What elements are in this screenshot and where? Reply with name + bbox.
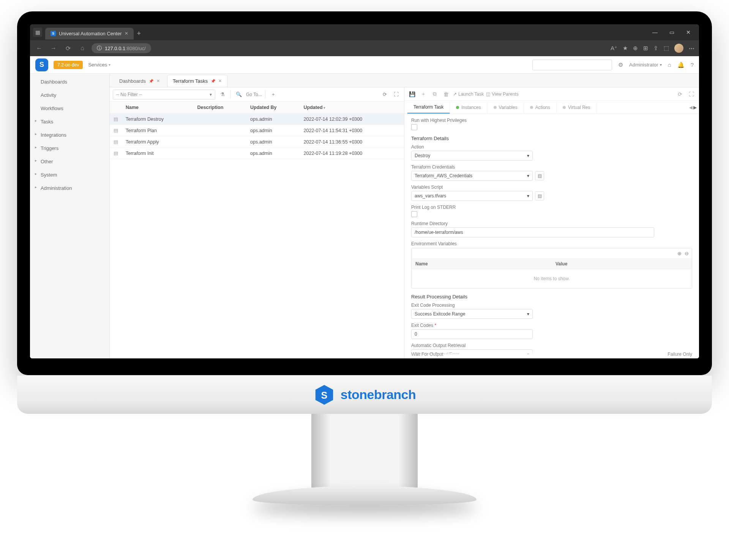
goto-input[interactable]: Go To... [246, 92, 262, 97]
app-logo[interactable]: S [35, 58, 48, 71]
table-row[interactable]: ▤ Terraform Apply ops.admin 2022-07-14 1… [110, 136, 404, 148]
pin-icon[interactable]: 📌 [211, 79, 215, 83]
table-row[interactable]: ▤ Terraform Plan ops.admin 2022-07-14 11… [110, 125, 404, 136]
collections-icon[interactable]: ⊕ [633, 45, 638, 52]
close-window-icon[interactable]: ✕ [681, 27, 696, 38]
filter-select[interactable]: -- No Filter --▾ [113, 90, 215, 99]
runtime-input[interactable]: /home/ue-terraform/aws [411, 227, 654, 237]
copy-icon[interactable]: ⧉ [430, 91, 439, 97]
printlog-checkbox[interactable] [411, 211, 417, 217]
run-with-checkbox[interactable] [411, 124, 417, 130]
cell-by: ops.admin [246, 148, 300, 159]
close-icon[interactable]: ✕ [218, 79, 222, 84]
table-row[interactable]: ▤ Terraform Destroy ops.admin 2022-07-14… [110, 114, 404, 125]
tabs-scroll-right-icon[interactable]: ▶ [693, 105, 697, 110]
tab-label: Terraform Tasks [173, 78, 208, 84]
tab-dashboards[interactable]: Dashboards 📌 ✕ [114, 75, 166, 87]
credentials-details-icon[interactable]: ▤ [535, 171, 544, 180]
sidebar-item-triggers[interactable]: Triggers [30, 142, 109, 155]
varscript-select[interactable]: aws_vars.tfvars▾ [411, 191, 533, 201]
tab-label: Dashboards [119, 78, 146, 84]
expand-list-icon[interactable]: ⛶ [391, 90, 401, 99]
share-icon[interactable]: ⇪ [653, 45, 658, 52]
varscript-label: Variables Script [411, 185, 692, 190]
svg-text:S: S [321, 390, 327, 400]
sidebar-item-workflows[interactable]: Workflows [30, 102, 109, 115]
new-icon[interactable]: ＋ [419, 91, 428, 98]
tab-terraform-tasks[interactable]: Terraform Tasks 📌 ✕ [167, 75, 227, 87]
dtab-instances[interactable]: Instances [450, 102, 487, 113]
dtab-virtual-res[interactable]: Virtual Res [557, 102, 596, 113]
window-menu-icon[interactable]: ▦ [33, 28, 42, 37]
row-type-icon: ▤ [110, 125, 122, 136]
sidebar-item-system[interactable]: System [30, 168, 109, 181]
credentials-label: Terraform Credentials [411, 164, 692, 170]
reader-icon[interactable]: A⁺ [611, 45, 617, 52]
tasks-table: Name Description Updated By Updated ▤ [110, 102, 404, 159]
failure-only-label: Failure Only [667, 352, 692, 357]
sidebar-item-administration[interactable]: Administration [30, 181, 109, 195]
sidebar-item-activity[interactable]: Activity [30, 88, 109, 102]
col-updated[interactable]: Updated [300, 102, 404, 114]
col-name[interactable]: Name [122, 102, 194, 114]
exitproc-select[interactable]: Success Exitcode Range▾ [411, 309, 533, 319]
help-icon[interactable]: ? [691, 62, 694, 68]
table-row[interactable]: ▤ Terraform Init ops.admin 2022-07-14 11… [110, 148, 404, 159]
search-icon[interactable]: 🔍 [234, 90, 244, 99]
maximize-icon[interactable]: ▭ [664, 27, 679, 38]
home-icon[interactable]: ⌂ [77, 45, 88, 52]
credentials-select[interactable]: Terraform_AWS_Credentials▾ [411, 171, 533, 181]
col-updated-by[interactable]: Updated By [246, 102, 300, 114]
filter-icon[interactable]: ⚗ [218, 90, 227, 99]
home-app-icon[interactable]: ⌂ [668, 62, 671, 68]
pin-icon[interactable]: 📌 [149, 79, 153, 83]
exitcodes-input[interactable]: 0 [411, 329, 533, 339]
minimize-icon[interactable]: — [647, 27, 663, 38]
refresh-icon[interactable]: ⟳ [63, 45, 73, 52]
close-tab-icon[interactable]: ✕ [125, 31, 128, 36]
sidebar-item-tasks[interactable]: Tasks [30, 115, 109, 128]
dtab-actions[interactable]: Actions [524, 102, 557, 113]
envvars-col-name: Name [412, 259, 552, 269]
forward-icon[interactable]: → [48, 45, 59, 52]
dtab-terraform-task[interactable]: Terraform Task [407, 101, 450, 114]
cell-desc [194, 136, 246, 148]
refresh-detail-icon[interactable]: ⟳ [675, 91, 685, 97]
gear-icon[interactable]: ⚙ [618, 62, 623, 68]
close-icon[interactable]: ✕ [156, 79, 160, 84]
printlog-label: Print Log on STDERR [411, 205, 692, 210]
brand-name: stonebranch [341, 387, 416, 402]
detail-form: Run with Highest Privileges Terraform De… [404, 114, 699, 358]
search-input[interactable] [532, 60, 612, 70]
sidebar-item-dashboards[interactable]: Dashboards [30, 75, 109, 88]
new-tab-button[interactable]: + [137, 30, 141, 38]
sidebar-item-integrations[interactable]: Integrations [30, 128, 109, 142]
profile-avatar[interactable] [674, 44, 683, 53]
expand-detail-icon[interactable]: ⛶ [687, 91, 696, 97]
view-parents-button[interactable]: ◫View Parents [486, 91, 518, 97]
add-button[interactable]: + [268, 90, 278, 99]
browser-tab[interactable]: S Universal Automation Center ✕ [45, 28, 134, 39]
services-menu[interactable]: Services [88, 62, 110, 68]
envvars-add-icon[interactable]: ⊕ [677, 251, 682, 256]
favorite-icon[interactable]: ★ [623, 45, 628, 52]
launch-task-button[interactable]: ↗Launch Task [453, 91, 484, 97]
sidebar-item-other[interactable]: Other [30, 155, 109, 168]
action-select[interactable]: Destroy▾ [411, 151, 533, 161]
extensions-icon[interactable]: ⊞ [643, 45, 648, 52]
dtab-variables[interactable]: Variables [488, 102, 524, 113]
exitproc-label: Exit Code Processing [411, 303, 692, 308]
delete-icon[interactable]: 🗑 [442, 91, 451, 97]
bell-icon[interactable]: 🔔 [677, 62, 685, 68]
refresh-list-icon[interactable]: ⟳ [380, 90, 390, 99]
tabs-scroll-left-icon[interactable]: ◀ [689, 105, 693, 110]
more-icon[interactable]: ⋯ [689, 45, 695, 52]
varscript-details-icon[interactable]: ▤ [535, 191, 544, 200]
user-menu[interactable]: Administrator [629, 62, 662, 68]
col-description[interactable]: Description [194, 102, 246, 114]
save-icon[interactable]: 💾 [407, 91, 417, 97]
url-input[interactable]: ⓘ 127.0.0.1:8080/uc/ [92, 43, 151, 53]
back-icon[interactable]: ← [34, 45, 44, 52]
downloads-icon[interactable]: ⬚ [664, 45, 669, 52]
envvars-remove-icon[interactable]: ⊖ [685, 251, 689, 256]
